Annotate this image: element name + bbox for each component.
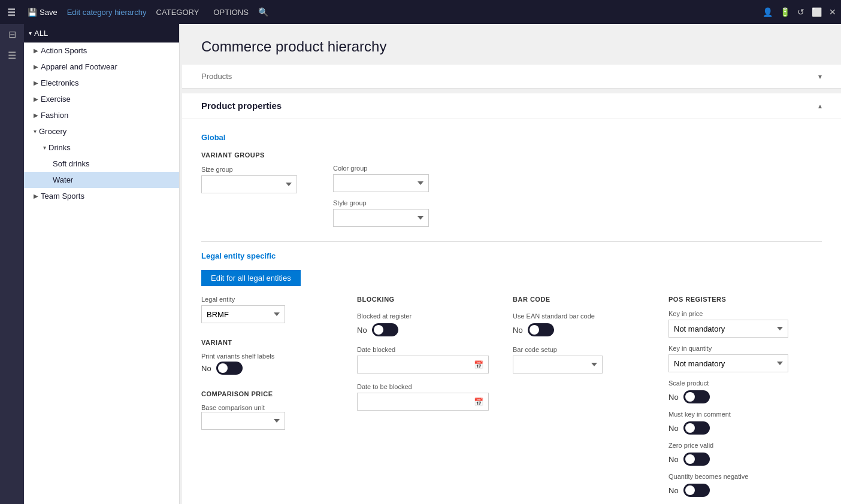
breadcrumb[interactable]: Edit category hierarchy [67,8,147,17]
style-group-field: Style group Style group A [333,199,441,227]
close-icon[interactable]: ✕ [829,7,836,17]
use-ean-field: Use EAN standard bar code No [513,312,645,336]
variant-groups-grid: VARIANT GROUPS Size group Size group A S… [201,151,822,227]
sidebar-item-grocery[interactable]: ▾ Grocery [24,123,179,139]
page-header: Commerce product hierarchy [182,24,841,65]
print-variants-label: Print variants shelf labels [201,353,274,360]
quantity-negative-toggle-row: No [668,484,822,497]
battery-icon: 🔋 [780,7,790,17]
key-in-price-select[interactable]: Not mandatory Mandatory Must not key in [668,320,788,338]
comparison-price-section: COMPARISON PRICE Base comparison unit kg… [201,389,333,430]
blocked-at-register-toggle[interactable] [372,323,398,336]
color-group-select[interactable]: Color group A [333,174,429,192]
bar-code-setup-field: Bar code setup Setup A [513,346,645,374]
sidebar-item-all[interactable]: ▾ ALL [24,24,179,42]
main-content: Commerce product hierarchy Products ▾ Pr… [182,24,841,504]
style-group-label: Style group [333,199,441,207]
sidebar-item-exercise[interactable]: ▶ Exercise [24,91,179,107]
page-title: Commerce product hierarchy [201,38,822,55]
search-icon[interactable]: 🔍 [258,7,268,17]
toggle-track [216,362,243,375]
products-card-header[interactable]: Products ▾ [182,65,841,89]
menu-icon[interactable]: ☰ [5,4,18,20]
blocked-at-register-label: Blocked at register [357,312,489,320]
sidebar-item-electronics[interactable]: ▶ Electronics [24,75,179,91]
refresh-icon[interactable]: ↺ [797,7,804,17]
title-bar-right: 👤 🔋 ↺ ⬜ ✕ [763,7,836,17]
product-properties-card: Product properties ▴ Global VARIANT GROU… [182,93,841,504]
zero-price-valid-label: Zero price valid [668,442,822,449]
chevron-icon: ▾ [34,128,37,135]
date-to-be-blocked-label: Date to be blocked [357,383,489,390]
tab-options-label[interactable]: OPTIONS [208,5,253,19]
date-blocked-input[interactable] [362,360,471,369]
key-in-quantity-field: Key in quantity Not mandatory Mandatory … [668,345,822,372]
bar-code-label: BAR CODE [513,296,645,303]
toggle-thumb [374,325,383,335]
legal-entity-title: Legal entity specific [201,251,822,260]
sidebar-item-water[interactable]: Water [24,172,179,188]
legal-entity-select[interactable]: BRMF USRT [201,305,285,323]
sidebar-item-fashion[interactable]: ▶ Fashion [24,107,179,123]
print-variants-toggle[interactable] [216,362,243,375]
quantity-negative-toggle[interactable] [683,484,710,497]
product-properties-header[interactable]: Product properties ▴ [182,93,841,119]
save-button[interactable]: 💾 Save [23,5,62,19]
sidebar-item-apparel-footwear[interactable]: ▶ Apparel and Footwear [24,59,179,75]
toggle-track [372,323,398,336]
col2: BLOCKING Blocked at register No [357,296,489,411]
chevron-icon: ▶ [34,193,38,199]
products-card: Products ▾ [182,65,841,89]
sidebar: ▾ ALL ▶ Action Sports ▶ Apparel and Foot… [24,24,180,504]
sidebar-item-team-sports[interactable]: ▶ Team Sports [24,188,179,204]
key-in-quantity-label: Key in quantity [668,345,822,352]
blocked-at-register-field: Blocked at register No [357,312,489,336]
save-icon: 💾 [28,8,37,17]
base-comparison-unit-select[interactable]: kg l [201,412,285,430]
zero-price-valid-toggle[interactable] [683,453,710,466]
quantity-becomes-negative-label: Quantity becomes negative [668,473,822,480]
sidebar-resize-handle[interactable] [180,24,182,504]
calendar-icon[interactable]: 📅 [474,360,483,369]
toggle-track [683,484,710,497]
sidebar-item-soft-drinks[interactable]: Soft drinks [24,156,179,172]
products-expand-icon[interactable]: ▾ [818,72,822,81]
use-ean-toggle[interactable] [528,323,554,336]
bar-code-setup-select[interactable]: Setup A [513,356,603,374]
size-group-field: Size group Size group A Size group B [201,166,309,193]
key-in-quantity-select[interactable]: Not mandatory Mandatory Must not key in [668,354,788,372]
filter-icon[interactable]: ⊟ [8,29,16,40]
quantity-negative-toggle-label: No [668,486,679,495]
calendar-icon-2[interactable]: 📅 [474,397,483,406]
must-key-in-comment-toggle[interactable] [683,421,710,435]
user-icon[interactable]: 👤 [763,7,773,17]
toggle-track [683,453,710,466]
blocked-at-register-toggle-row: No [357,323,489,336]
list-icon[interactable]: ☰ [8,50,16,61]
date-to-be-blocked-input[interactable] [362,397,471,406]
date-blocked-label: Date blocked [357,346,489,353]
window-icon[interactable]: ⬜ [812,7,822,17]
scale-product-field: Scale product No [668,379,822,403]
must-key-in-comment-toggle-label: No [668,424,679,433]
size-group-select[interactable]: Size group A Size group B [201,175,297,193]
legal-entity-label: Legal entity [201,296,333,303]
toggle-thumb [685,454,695,464]
use-ean-label: Use EAN standard bar code [513,312,645,320]
must-key-in-comment-field: Must key in comment No [668,411,822,435]
scale-product-toggle-label: No [668,393,679,402]
title-bar: ☰ 💾 Save Edit category hierarchy Product… [0,0,841,24]
toggle-track [528,323,554,336]
variant-label: VARIANT [201,339,232,346]
legal-entity-form: Legal entity BRMF USRT VARIANT Print var… [201,296,822,504]
date-to-be-blocked-input-row: 📅 [357,393,489,411]
edit-legal-entities-button[interactable]: Edit for all legal entities [201,270,301,286]
scale-product-toggle[interactable] [683,390,710,403]
style-group-select[interactable]: Style group A [333,209,429,227]
sidebar-item-action-sports[interactable]: ▶ Action Sports [24,42,179,59]
color-group-col: Color group Color group A Style group St… [333,151,441,227]
sidebar-item-drinks[interactable]: ▾ Drinks [24,139,179,156]
comparison-price-label: COMPARISON PRICE [201,390,273,397]
product-properties-collapse-icon[interactable]: ▴ [818,102,822,110]
tab-category-label[interactable]: CATEGORY [152,5,204,19]
